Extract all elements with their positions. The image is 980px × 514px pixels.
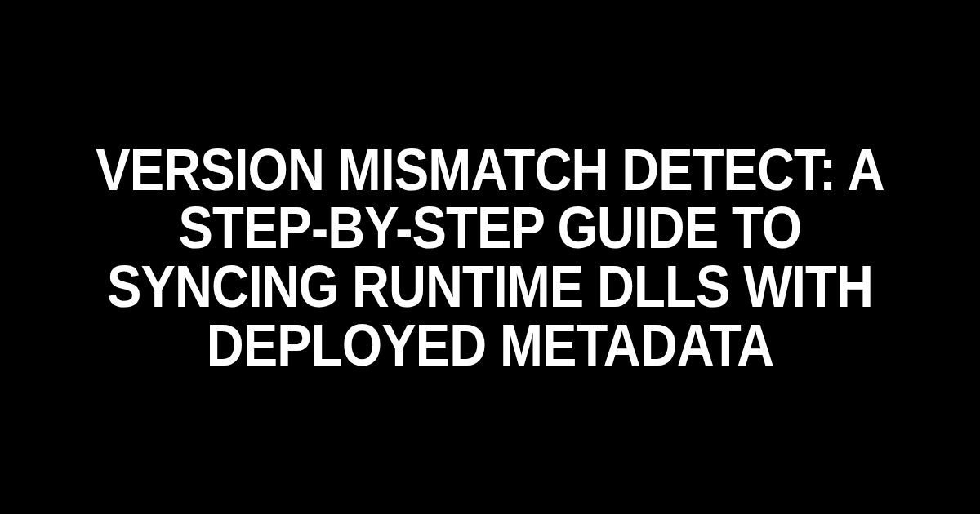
page-title: Version Mismatch Detect: A Step-by-Step … xyxy=(64,140,916,374)
